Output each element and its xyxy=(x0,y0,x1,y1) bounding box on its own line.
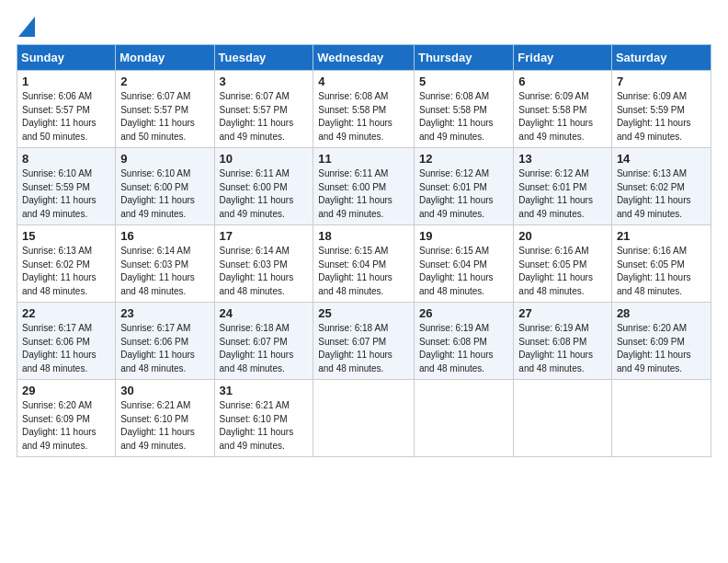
calendar-cell: 26Sunrise: 6:19 AMSunset: 6:08 PMDayligh… xyxy=(414,303,513,380)
day-info: Sunrise: 6:21 AMSunset: 6:10 PMDaylight:… xyxy=(120,400,195,451)
calendar-cell xyxy=(414,380,513,457)
day-info: Sunrise: 6:13 AMSunset: 6:02 PMDaylight:… xyxy=(617,168,691,219)
calendar-cell xyxy=(611,380,711,457)
logo-arrow-icon xyxy=(18,17,35,37)
day-info: Sunrise: 6:16 AMSunset: 6:05 PMDaylight:… xyxy=(518,246,593,296)
day-info: Sunrise: 6:08 AMSunset: 5:58 PMDaylight:… xyxy=(419,91,494,142)
day-info: Sunrise: 6:07 AMSunset: 5:57 PMDaylight:… xyxy=(220,91,294,142)
calendar-cell: 19Sunrise: 6:15 AMSunset: 6:04 PMDayligh… xyxy=(414,225,513,303)
day-info: Sunrise: 6:08 AMSunset: 5:58 PMDaylight:… xyxy=(318,91,392,142)
calendar-cell: 22Sunrise: 6:17 AMSunset: 6:06 PMDayligh… xyxy=(17,303,116,380)
day-info: Sunrise: 6:12 AMSunset: 6:01 PMDaylight:… xyxy=(518,168,593,219)
calendar-cell: 15Sunrise: 6:13 AMSunset: 6:02 PMDayligh… xyxy=(17,225,116,303)
calendar-cell: 11Sunrise: 6:11 AMSunset: 6:00 PMDayligh… xyxy=(313,148,415,225)
day-info: Sunrise: 6:07 AMSunset: 5:57 PMDaylight:… xyxy=(120,91,195,142)
day-number: 19 xyxy=(419,229,508,243)
day-number: 2 xyxy=(120,75,209,88)
day-info: Sunrise: 6:11 AMSunset: 6:00 PMDaylight:… xyxy=(220,168,294,219)
calendar-cell: 28Sunrise: 6:20 AMSunset: 6:09 PMDayligh… xyxy=(611,303,711,380)
calendar-cell: 18Sunrise: 6:15 AMSunset: 6:04 PMDayligh… xyxy=(313,225,415,303)
day-number: 5 xyxy=(419,75,508,88)
calendar-cell: 4Sunrise: 6:08 AMSunset: 5:58 PMDaylight… xyxy=(313,71,415,148)
day-number: 12 xyxy=(419,152,508,166)
calendar-cell: 9Sunrise: 6:10 AMSunset: 6:00 PMDaylight… xyxy=(116,148,214,225)
calendar-week-row: 8Sunrise: 6:10 AMSunset: 5:59 PMDaylight… xyxy=(17,148,711,225)
calendar-dow-thursday: Thursday xyxy=(414,45,513,71)
calendar-cell: 29Sunrise: 6:20 AMSunset: 6:09 PMDayligh… xyxy=(17,380,116,457)
calendar-cell: 3Sunrise: 6:07 AMSunset: 5:57 PMDaylight… xyxy=(214,71,313,148)
calendar-week-row: 22Sunrise: 6:17 AMSunset: 6:06 PMDayligh… xyxy=(17,303,711,380)
day-info: Sunrise: 6:18 AMSunset: 6:07 PMDaylight:… xyxy=(220,323,294,373)
day-number: 14 xyxy=(617,152,706,166)
day-info: Sunrise: 6:10 AMSunset: 5:59 PMDaylight:… xyxy=(22,168,97,219)
calendar-cell: 31Sunrise: 6:21 AMSunset: 6:10 PMDayligh… xyxy=(214,380,313,457)
day-number: 26 xyxy=(419,306,508,320)
calendar-cell: 30Sunrise: 6:21 AMSunset: 6:10 PMDayligh… xyxy=(116,380,214,457)
svg-marker-0 xyxy=(18,17,35,37)
calendar-cell: 23Sunrise: 6:17 AMSunset: 6:06 PMDayligh… xyxy=(116,303,214,380)
day-number: 7 xyxy=(617,75,706,88)
calendar-week-row: 29Sunrise: 6:20 AMSunset: 6:09 PMDayligh… xyxy=(17,380,711,457)
day-info: Sunrise: 6:13 AMSunset: 6:02 PMDaylight:… xyxy=(22,246,97,296)
day-info: Sunrise: 6:20 AMSunset: 6:09 PMDaylight:… xyxy=(617,323,691,373)
day-number: 25 xyxy=(318,306,409,320)
day-number: 31 xyxy=(220,384,309,397)
calendar-dow-wednesday: Wednesday xyxy=(313,45,415,71)
day-info: Sunrise: 6:21 AMSunset: 6:10 PMDaylight:… xyxy=(220,400,294,451)
day-number: 17 xyxy=(220,229,309,243)
calendar-cell: 14Sunrise: 6:13 AMSunset: 6:02 PMDayligh… xyxy=(611,148,711,225)
calendar-cell: 2Sunrise: 6:07 AMSunset: 5:57 PMDaylight… xyxy=(116,71,214,148)
calendar-header-row: SundayMondayTuesdayWednesdayThursdayFrid… xyxy=(17,45,711,71)
day-info: Sunrise: 6:14 AMSunset: 6:03 PMDaylight:… xyxy=(120,246,195,296)
calendar-week-row: 15Sunrise: 6:13 AMSunset: 6:02 PMDayligh… xyxy=(17,225,711,303)
day-info: Sunrise: 6:18 AMSunset: 6:07 PMDaylight:… xyxy=(318,323,392,373)
calendar-dow-saturday: Saturday xyxy=(611,45,711,71)
day-info: Sunrise: 6:16 AMSunset: 6:05 PMDaylight:… xyxy=(617,246,691,296)
calendar-cell: 24Sunrise: 6:18 AMSunset: 6:07 PMDayligh… xyxy=(214,303,313,380)
day-info: Sunrise: 6:17 AMSunset: 6:06 PMDaylight:… xyxy=(22,323,97,373)
day-number: 22 xyxy=(22,306,110,320)
calendar-cell: 17Sunrise: 6:14 AMSunset: 6:03 PMDayligh… xyxy=(214,225,313,303)
day-number: 30 xyxy=(120,384,209,397)
day-number: 18 xyxy=(318,229,409,243)
day-number: 23 xyxy=(120,306,209,320)
calendar-cell xyxy=(514,380,612,457)
day-info: Sunrise: 6:06 AMSunset: 5:57 PMDaylight:… xyxy=(22,91,97,142)
calendar-dow-tuesday: Tuesday xyxy=(214,45,313,71)
calendar-cell: 8Sunrise: 6:10 AMSunset: 5:59 PMDaylight… xyxy=(17,148,116,225)
calendar-cell: 12Sunrise: 6:12 AMSunset: 6:01 PMDayligh… xyxy=(414,148,513,225)
calendar-table: SundayMondayTuesdayWednesdayThursdayFrid… xyxy=(17,44,711,457)
day-number: 8 xyxy=(22,152,110,166)
header xyxy=(17,17,711,37)
day-number: 11 xyxy=(318,152,409,166)
day-info: Sunrise: 6:11 AMSunset: 6:00 PMDaylight:… xyxy=(318,168,392,219)
day-number: 15 xyxy=(22,229,110,243)
calendar-cell: 13Sunrise: 6:12 AMSunset: 6:01 PMDayligh… xyxy=(514,148,612,225)
day-info: Sunrise: 6:15 AMSunset: 6:04 PMDaylight:… xyxy=(318,246,392,296)
day-info: Sunrise: 6:19 AMSunset: 6:08 PMDaylight:… xyxy=(518,323,593,373)
day-info: Sunrise: 6:10 AMSunset: 6:00 PMDaylight:… xyxy=(120,168,195,219)
calendar-cell: 6Sunrise: 6:09 AMSunset: 5:58 PMDaylight… xyxy=(514,71,612,148)
calendar-cell: 1Sunrise: 6:06 AMSunset: 5:57 PMDaylight… xyxy=(17,71,116,148)
day-number: 28 xyxy=(617,306,706,320)
day-number: 29 xyxy=(22,384,110,397)
calendar-cell: 25Sunrise: 6:18 AMSunset: 6:07 PMDayligh… xyxy=(313,303,415,380)
calendar-cell: 7Sunrise: 6:09 AMSunset: 5:59 PMDaylight… xyxy=(611,71,711,148)
day-number: 21 xyxy=(617,229,706,243)
day-number: 1 xyxy=(22,75,110,88)
day-number: 27 xyxy=(518,306,607,320)
day-info: Sunrise: 6:19 AMSunset: 6:08 PMDaylight:… xyxy=(419,323,494,373)
calendar-cell: 5Sunrise: 6:08 AMSunset: 5:58 PMDaylight… xyxy=(414,71,513,148)
day-info: Sunrise: 6:12 AMSunset: 6:01 PMDaylight:… xyxy=(419,168,494,219)
day-number: 20 xyxy=(518,229,607,243)
day-info: Sunrise: 6:14 AMSunset: 6:03 PMDaylight:… xyxy=(220,246,294,296)
day-info: Sunrise: 6:15 AMSunset: 6:04 PMDaylight:… xyxy=(419,246,494,296)
calendar-dow-sunday: Sunday xyxy=(17,45,116,71)
calendar-cell: 16Sunrise: 6:14 AMSunset: 6:03 PMDayligh… xyxy=(116,225,214,303)
day-number: 9 xyxy=(120,152,209,166)
day-number: 10 xyxy=(220,152,309,166)
logo xyxy=(17,17,35,37)
day-number: 13 xyxy=(518,152,607,166)
calendar-week-row: 1Sunrise: 6:06 AMSunset: 5:57 PMDaylight… xyxy=(17,71,711,148)
day-number: 3 xyxy=(220,75,309,88)
